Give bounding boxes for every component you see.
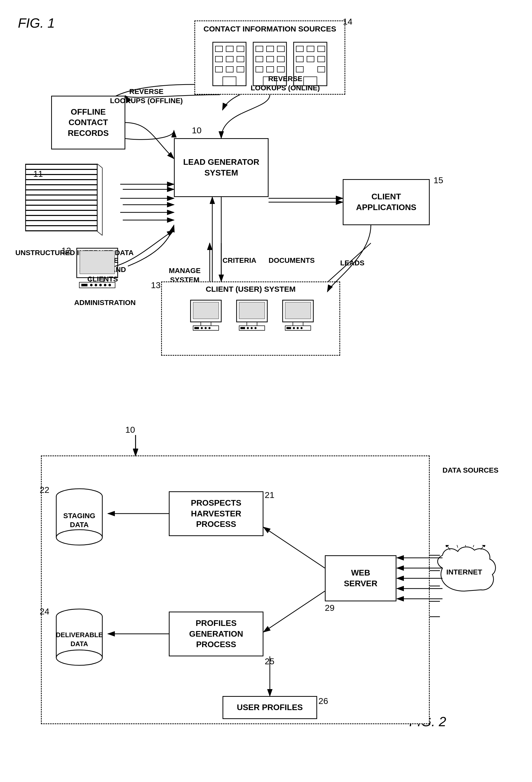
svg-rect-92 (293, 327, 295, 329)
web-server-label: WEB SERVER (344, 568, 377, 589)
client-user-system-box: CLIENT (USER) SYSTEM (161, 282, 340, 356)
svg-rect-96 (80, 251, 115, 274)
web-server-box: WEB SERVER (325, 555, 396, 601)
admin-computer-icon (72, 246, 128, 294)
svg-rect-27 (215, 67, 223, 72)
svg-rect-43 (296, 46, 303, 52)
svg-rect-26 (237, 56, 244, 62)
svg-rect-64 (26, 169, 97, 170)
svg-rect-73 (201, 322, 211, 326)
svg-rect-103 (104, 284, 106, 286)
svg-text:INTERNET: INTERNET (446, 568, 482, 576)
svg-point-122 (56, 650, 102, 665)
svg-rect-65 (26, 164, 97, 165)
contact-info-label: CONTACT INFORMATION SOURCES (203, 24, 336, 34)
offline-contact-label: OFFLINE CONTACT RECORDS (68, 107, 109, 139)
svg-rect-54 (26, 220, 97, 221)
svg-text:DATA: DATA (71, 640, 88, 648)
svg-rect-101 (94, 284, 97, 286)
svg-rect-50 (318, 67, 325, 72)
prospects-harvester-box: PROSPECTS HARVESTER PROCESS (169, 491, 263, 536)
svg-rect-46 (296, 56, 303, 62)
svg-rect-44 (307, 46, 314, 52)
client-computer-2 (234, 297, 272, 339)
svg-rect-33 (267, 46, 274, 52)
svg-text:DELIVERABLE: DELIVERABLE (56, 631, 103, 639)
svg-rect-89 (293, 322, 303, 326)
num-12: 12 (62, 246, 71, 256)
svg-rect-23 (237, 46, 244, 52)
data-sources-label: DATA SOURCES (443, 466, 498, 475)
num-13: 13 (151, 280, 161, 290)
client-applications-label: CLIENT APPLICATIONS (356, 191, 416, 213)
svg-rect-80 (239, 302, 265, 319)
svg-rect-62 (26, 179, 97, 180)
leads-label: LEADS (340, 258, 365, 268)
lead-generator-label: LEAD GENERATOR SYSTEM (175, 157, 268, 178)
svg-rect-24 (215, 56, 223, 62)
internet-cloud-icon: INTERNET (430, 545, 499, 596)
reverse-lookups-offline-label: REVERSE LOOKUPS (OFFLINE) (110, 87, 183, 106)
svg-rect-47 (307, 56, 314, 62)
user-profiles-box: USER PROFILES (223, 696, 317, 719)
svg-rect-34 (277, 46, 284, 52)
num-15: 15 (433, 175, 443, 185)
svg-line-109 (473, 545, 476, 547)
svg-line-68 (97, 231, 102, 236)
svg-rect-39 (267, 67, 274, 72)
svg-rect-49 (296, 67, 303, 72)
svg-rect-102 (99, 284, 102, 286)
num-22: 22 (40, 485, 49, 495)
administration-label: ADMINISTRATION (74, 298, 136, 307)
staging-data-cylinder: STAGING DATA (51, 486, 107, 547)
client-user-label: CLIENT (USER) SYSTEM (206, 285, 296, 293)
svg-rect-99 (81, 284, 87, 286)
user-profiles-label: USER PROFILES (237, 702, 303, 713)
svg-line-70 (97, 164, 102, 168)
criteria-label: CRITERIA (223, 256, 256, 265)
svg-rect-30 (223, 77, 236, 86)
svg-rect-84 (247, 327, 249, 329)
svg-line-107 (455, 545, 458, 547)
svg-rect-29 (237, 67, 244, 72)
svg-rect-72 (193, 302, 219, 319)
svg-rect-76 (201, 327, 203, 329)
svg-rect-55 (26, 215, 97, 216)
num-25: 25 (265, 656, 274, 666)
num-26: 26 (318, 696, 328, 706)
svg-rect-77 (204, 327, 207, 329)
svg-rect-45 (318, 46, 325, 52)
svg-rect-37 (277, 56, 284, 62)
prospects-harvester-label: PROSPECTS HARVESTER PROCESS (191, 498, 241, 530)
num-10-top: 10 (192, 126, 201, 135)
svg-rect-100 (90, 284, 92, 286)
lead-generator-box: LEAD GENERATOR SYSTEM (174, 138, 269, 197)
svg-rect-85 (251, 327, 253, 329)
svg-rect-38 (256, 67, 263, 72)
client-computer-3 (280, 297, 318, 339)
num-10-bottom: 10 (125, 425, 135, 435)
fig1-label: FIG. 1 (18, 15, 55, 31)
svg-rect-48 (318, 56, 325, 62)
num-24: 24 (40, 606, 49, 616)
svg-rect-88 (285, 302, 311, 319)
svg-rect-40 (277, 67, 284, 72)
svg-text:DATA: DATA (70, 521, 89, 529)
svg-rect-25 (226, 56, 233, 62)
building-icon-1 (212, 41, 247, 87)
num-14: 14 (343, 16, 352, 27)
reverse-lookups-online-label: REVERSE LOOKUPS (ONLINE) (251, 74, 320, 93)
documents-label: DOCUMENTS (269, 256, 315, 265)
svg-rect-20 (213, 42, 246, 86)
svg-rect-59 (26, 194, 97, 196)
svg-rect-63 (26, 174, 97, 175)
svg-rect-58 (26, 200, 97, 201)
num-21: 21 (265, 490, 274, 500)
svg-rect-75 (194, 327, 199, 329)
svg-rect-36 (267, 56, 274, 62)
svg-rect-60 (26, 189, 97, 190)
profiles-generation-label: PROFILES GENERATION PROCESS (189, 618, 243, 650)
svg-rect-81 (247, 322, 257, 326)
svg-rect-32 (256, 46, 263, 52)
client-applications-box: CLIENT APPLICATIONS (343, 179, 430, 225)
